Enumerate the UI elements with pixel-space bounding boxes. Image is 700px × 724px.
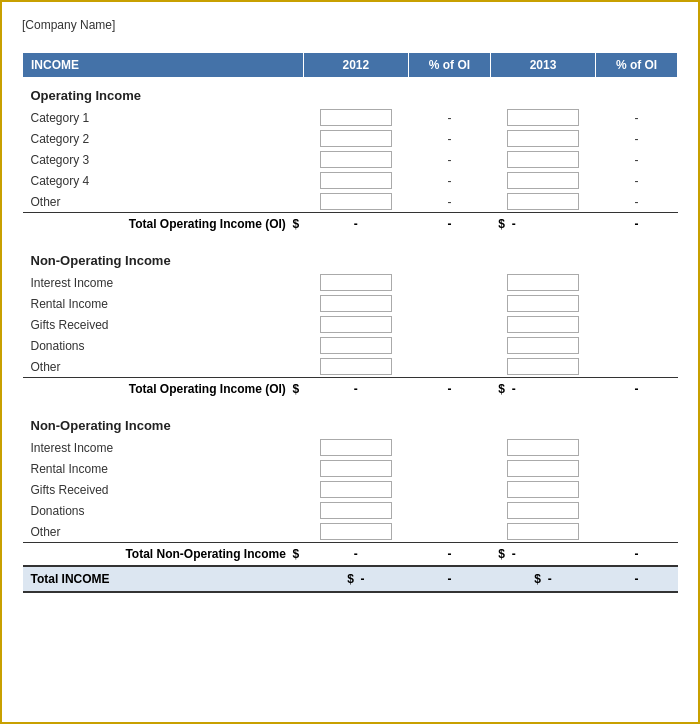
input-2012[interactable]: [320, 337, 392, 354]
row-label: Category 4: [23, 170, 304, 191]
table-row: Donations: [23, 335, 678, 356]
input-2013[interactable]: [507, 460, 579, 477]
input-2012[interactable]: [320, 502, 392, 519]
table-row: Other: [23, 356, 678, 378]
header-income: INCOME: [23, 53, 304, 78]
input-2012[interactable]: [320, 109, 392, 126]
input-2012[interactable]: [320, 151, 392, 168]
header-pct2: % of OI: [596, 53, 678, 78]
company-name: [Company Name]: [22, 18, 678, 32]
input-2012[interactable]: [320, 193, 392, 210]
row-label: Rental Income: [23, 458, 304, 479]
spacer: [23, 400, 678, 408]
input-2013[interactable]: [507, 274, 579, 291]
row-label: Other: [23, 191, 304, 213]
table-row: Category 3 - -: [23, 149, 678, 170]
header-2012: 2012: [303, 53, 408, 78]
non-operating-2-total: Total Non-Operating Income $ - - $ - -: [23, 543, 678, 567]
operating-income-total: Total Operating Income (OI) $ - - $ - -: [23, 213, 678, 236]
pct-dash: -: [408, 107, 490, 128]
input-2013[interactable]: [507, 439, 579, 456]
row-label: Gifts Received: [23, 479, 304, 500]
input-2013[interactable]: [507, 130, 579, 147]
input-2013[interactable]: [507, 523, 579, 540]
input-2013[interactable]: [507, 151, 579, 168]
input-2013[interactable]: [507, 109, 579, 126]
table-row: Other: [23, 521, 678, 543]
input-2012[interactable]: [320, 172, 392, 189]
input-2013[interactable]: [507, 193, 579, 210]
spacer: [23, 235, 678, 243]
input-2012[interactable]: [320, 295, 392, 312]
table-row: Gifts Received: [23, 314, 678, 335]
grand-total-label: Total INCOME: [23, 566, 304, 592]
operating-income-title: Operating Income: [23, 78, 678, 108]
table-row: Category 4 - -: [23, 170, 678, 191]
input-2012[interactable]: [320, 439, 392, 456]
input-2013[interactable]: [507, 481, 579, 498]
non-operating-income-2-title: Non-Operating Income: [23, 408, 678, 437]
header-2013: 2013: [490, 53, 595, 78]
input-2013[interactable]: [507, 337, 579, 354]
row-label: Other: [23, 356, 304, 378]
input-cell-2012[interactable]: [303, 107, 408, 128]
row-label: Rental Income: [23, 293, 304, 314]
row-label: Category 3: [23, 149, 304, 170]
input-2012[interactable]: [320, 274, 392, 291]
row-label: Category 1: [23, 107, 304, 128]
grand-total-row: Total INCOME $ - - $ - -: [23, 566, 678, 592]
income-table: INCOME 2012 % of OI 2013 % of OI Operati…: [22, 52, 678, 593]
row-label: Other: [23, 521, 304, 543]
input-2012[interactable]: [320, 130, 392, 147]
table-row: Donations: [23, 500, 678, 521]
row-label: Interest Income: [23, 272, 304, 293]
input-2012[interactable]: [320, 460, 392, 477]
input-2013[interactable]: [507, 358, 579, 375]
input-2012[interactable]: [320, 523, 392, 540]
table-row: Rental Income: [23, 293, 678, 314]
input-cell-2013[interactable]: [490, 107, 595, 128]
input-2012[interactable]: [320, 358, 392, 375]
table-row: Category 1 - -: [23, 107, 678, 128]
header-pct1: % of OI: [408, 53, 490, 78]
input-2013[interactable]: [507, 316, 579, 333]
row-label: Interest Income: [23, 437, 304, 458]
table-row: Gifts Received: [23, 479, 678, 500]
table-row: Interest Income: [23, 272, 678, 293]
input-2013[interactable]: [507, 172, 579, 189]
table-row: Category 2 - -: [23, 128, 678, 149]
input-2012[interactable]: [320, 481, 392, 498]
pct2-dash: -: [596, 107, 678, 128]
non-operating-1-total: Total Operating Income (OI) $ - - $ - -: [23, 378, 678, 401]
input-2013[interactable]: [507, 502, 579, 519]
page-container: [Company Name] INCOME 2012 % of OI 2013 …: [2, 2, 698, 609]
row-label: Donations: [23, 335, 304, 356]
row-label: Category 2: [23, 128, 304, 149]
input-2012[interactable]: [320, 316, 392, 333]
table-row: Rental Income: [23, 458, 678, 479]
row-label: Donations: [23, 500, 304, 521]
table-row: Interest Income: [23, 437, 678, 458]
row-label: Gifts Received: [23, 314, 304, 335]
table-header: INCOME 2012 % of OI 2013 % of OI: [23, 53, 678, 78]
non-operating-income-1-title: Non-Operating Income: [23, 243, 678, 272]
input-2013[interactable]: [507, 295, 579, 312]
table-row: Other - -: [23, 191, 678, 213]
